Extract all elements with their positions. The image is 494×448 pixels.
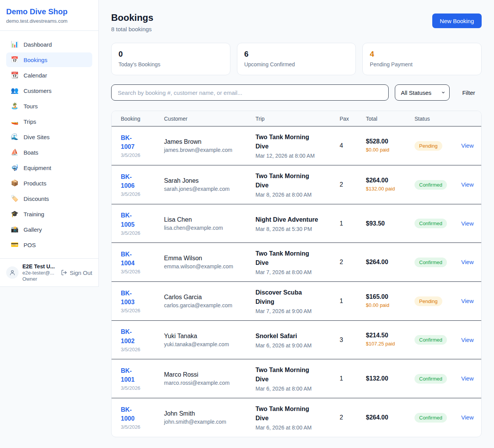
col-header-trip: Trip xyxy=(255,116,340,122)
pax-cell: 4 xyxy=(340,142,366,149)
pax-cell: 3 xyxy=(340,337,366,344)
action-cell: View xyxy=(461,220,474,227)
booking-ref-link[interactable]: BK-1003 xyxy=(121,289,140,307)
sidebar-item-customers[interactable]: 👥 Customers xyxy=(6,83,92,98)
status-select[interactable]: All Statuses xyxy=(395,84,450,101)
customer-email: marco.rossi@example.com xyxy=(164,380,255,386)
user-info: E2E Test U... e2e-tester@... Owner xyxy=(22,263,55,282)
sign-out-button[interactable]: Sign Out xyxy=(61,269,92,276)
action-cell: View xyxy=(461,181,474,188)
table-row: BK-1001 3/5/2026 Marco Rossi marco.rossi… xyxy=(112,359,481,398)
sidebar-item-training[interactable]: 🎓 Training xyxy=(6,207,92,221)
camera-icon: 📸 xyxy=(11,226,19,233)
customer-cell: Lisa Chen lisa.chen@example.com xyxy=(164,216,255,231)
sidebar-item-dashboard[interactable]: 📊 Dashboard xyxy=(6,37,92,52)
sidebar-item-label: Dashboard xyxy=(24,41,52,48)
total-amount: $264.00 xyxy=(366,259,414,266)
booking-ref-link[interactable]: BK-1004 xyxy=(121,250,140,268)
sidebar-item-products[interactable]: 📦 Products xyxy=(6,176,92,190)
page-header: Bookings 8 total bookings New Booking xyxy=(111,12,482,32)
table-row: BK-1007 3/5/2026 James Brown james.brown… xyxy=(112,126,481,165)
sailboat-icon: ⛵ xyxy=(11,149,19,156)
view-link[interactable]: View xyxy=(461,414,474,421)
sidebar-item-equipment[interactable]: 🤿 Equipment xyxy=(6,160,92,175)
brand-domain: demo.test.divestreams.com xyxy=(6,18,92,24)
sidebar-item-pos[interactable]: 💳 POS xyxy=(6,237,92,252)
view-link[interactable]: View xyxy=(461,259,474,265)
booking-date: 3/5/2026 xyxy=(121,230,164,236)
customer-name: Sarah Jones xyxy=(164,177,255,184)
booking-ref-link[interactable]: BK-1005 xyxy=(121,211,140,229)
table-row: BK-1003 3/5/2026 Carlos Garcia carlos.ga… xyxy=(112,281,481,320)
status-badge: Confirmed xyxy=(414,413,447,423)
customer-name: Carlos Garcia xyxy=(164,294,255,301)
action-cell: View xyxy=(461,142,474,149)
search-input[interactable] xyxy=(111,84,389,101)
status-badge: Pending xyxy=(414,296,442,306)
trip-datetime: Mar 7, 2026 at 8:00 AM xyxy=(255,269,340,275)
booking-date: 3/5/2026 xyxy=(121,308,164,313)
booking-cell: BK-1002 3/5/2026 xyxy=(121,327,164,352)
sidebar-item-calendar[interactable]: 📆 Calendar xyxy=(6,68,92,83)
trip-datetime: Mar 6, 2026 at 9:00 AM xyxy=(255,342,340,349)
stat-card: 6 Upcoming Confirmed xyxy=(237,43,356,75)
status-badge: Confirmed xyxy=(414,258,447,267)
new-booking-button[interactable]: New Booking xyxy=(432,13,482,28)
sign-out-label: Sign Out xyxy=(70,269,92,276)
booking-ref-link[interactable]: BK-1002 xyxy=(121,327,140,345)
action-cell: View xyxy=(461,414,474,421)
status-cell: Pending xyxy=(414,141,461,151)
sidebar-item-label: Dive Sites xyxy=(24,134,50,140)
brand: Demo Dive Shop demo.test.divestreams.com xyxy=(0,0,98,31)
diving-mask-icon: 🤿 xyxy=(11,164,19,171)
col-header-booking: Booking xyxy=(121,116,164,122)
col-header-pax: Pax xyxy=(340,116,366,122)
customer-email: lisa.chen@example.com xyxy=(164,225,255,231)
table-body: BK-1007 3/5/2026 James Brown james.brown… xyxy=(112,126,481,437)
col-header-total: Total xyxy=(366,116,414,122)
sidebar-item-dive-sites[interactable]: 🌊 Dive Sites xyxy=(6,130,92,144)
total-cell: $165.00 $0.00 paid xyxy=(366,293,414,309)
status-badge: Confirmed xyxy=(414,374,447,384)
total-amount: $264.00 xyxy=(366,177,414,184)
table-row: BK-1005 3/5/2026 Lisa Chen lisa.chen@exa… xyxy=(112,204,481,243)
pax-cell: 1 xyxy=(340,220,366,227)
trip-name: Snorkel Safari xyxy=(255,332,318,341)
customer-cell: Marco Rossi marco.rossi@example.com xyxy=(164,371,255,386)
avatar xyxy=(6,266,19,279)
sidebar-item-gallery[interactable]: 📸 Gallery xyxy=(6,222,92,237)
trip-cell: Snorkel Safari Mar 6, 2026 at 9:00 AM xyxy=(255,332,340,349)
table-row: BK-1002 3/5/2026 Yuki Tanaka yuki.tanaka… xyxy=(112,320,481,359)
status-cell: Confirmed xyxy=(414,180,461,190)
booking-cell: BK-1006 3/5/2026 xyxy=(121,172,164,197)
trip-cell: Two Tank Morning Dive Mar 12, 2026 at 8:… xyxy=(255,133,340,159)
filter-row: All Statuses Filter xyxy=(111,84,482,101)
stat-label: Pending Payment xyxy=(370,61,474,67)
view-link[interactable]: View xyxy=(461,220,474,227)
sidebar-item-trips[interactable]: 🚤 Trips xyxy=(6,114,92,129)
page-title: Bookings xyxy=(111,12,153,23)
sidebar-item-bookings[interactable]: 📅 Bookings xyxy=(6,52,92,67)
booking-date: 3/5/2026 xyxy=(121,269,164,275)
sidebar-item-label: POS xyxy=(24,242,36,248)
customer-email: yuki.tanaka@example.com xyxy=(164,341,255,347)
filter-button[interactable]: Filter xyxy=(462,89,475,96)
booking-ref-link[interactable]: BK-1001 xyxy=(121,366,140,384)
booking-ref-link[interactable]: BK-1007 xyxy=(121,133,140,151)
trip-cell: Discover Scuba Diving Mar 7, 2026 at 9:0… xyxy=(255,288,340,314)
tear-off-calendar-icon: 📆 xyxy=(11,72,19,79)
pax-cell: 1 xyxy=(340,375,366,382)
view-link[interactable]: View xyxy=(461,142,474,149)
sidebar-item-tours[interactable]: 🏝️ Tours xyxy=(6,99,92,113)
booking-ref-link[interactable]: BK-1000 xyxy=(121,405,140,423)
view-link[interactable]: View xyxy=(461,181,474,188)
customer-name: James Brown xyxy=(164,138,255,145)
view-link[interactable]: View xyxy=(461,375,474,382)
sidebar-item-discounts[interactable]: 🏷️ Discounts xyxy=(6,191,92,206)
sidebar-item-boats[interactable]: ⛵ Boats xyxy=(6,145,92,160)
customer-name: Emma Wilson xyxy=(164,255,255,262)
booking-ref-link[interactable]: BK-1006 xyxy=(121,172,140,190)
col-header-customer: Customer xyxy=(164,116,255,122)
view-link[interactable]: View xyxy=(461,298,474,304)
view-link[interactable]: View xyxy=(461,337,474,343)
